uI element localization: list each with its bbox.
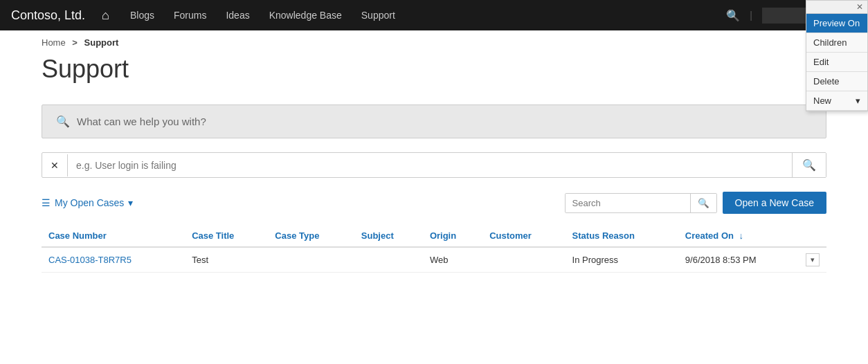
cell-status-reason: In Progress [566, 247, 678, 273]
col-status-reason[interactable]: Status Reason [566, 225, 678, 247]
case-number-link[interactable]: CAS-01038-T8R7R5 [48, 255, 132, 265]
preview-on-button[interactable]: Preview On [806, 14, 867, 33]
new-button[interactable]: New ▾ [806, 91, 867, 111]
cell-case-number: CAS-01038-T8R7R5 [42, 247, 185, 273]
breadcrumb-current: Support [84, 37, 119, 48]
panel-header: ✕ [806, 1, 867, 14]
open-new-case-button[interactable]: Open a New Case [723, 192, 826, 214]
dropdown-arrow-icon: ▾ [128, 197, 133, 208]
cell-case-type [268, 247, 354, 273]
col-origin[interactable]: Origin [423, 225, 482, 247]
context-panel: ✕ Preview On Children Edit Delete New ▾ [806, 0, 868, 111]
cell-origin: Web [423, 247, 482, 273]
case-search-input[interactable] [68, 154, 792, 176]
delete-button[interactable]: Delete [806, 72, 867, 91]
table-row: CAS-01038-T8R7R5 Test Web In Progress 9/… [42, 247, 826, 273]
my-open-cases-button[interactable]: ☰ My Open Cases ▾ [42, 197, 133, 208]
cases-section: ☰ My Open Cases ▾ 🔍 Open a New Case Case… [42, 192, 826, 273]
sort-arrow-icon: ↓ [739, 230, 744, 241]
page-title: Support [42, 55, 826, 84]
cell-customer [482, 247, 565, 273]
nav-forums[interactable]: Forums [164, 0, 216, 30]
cases-table-body: CAS-01038-T8R7R5 Test Web In Progress 9/… [42, 247, 826, 273]
col-case-number[interactable]: Case Number [42, 225, 185, 247]
cases-right: 🔍 Open a New Case [565, 192, 826, 214]
breadcrumb-home[interactable]: Home [42, 37, 66, 48]
top-nav: Contoso, Ltd. ⌂ Blogs Forums Ideas Knowl… [0, 0, 868, 30]
case-search-clear-button[interactable]: ✕ [42, 154, 68, 176]
col-subject[interactable]: Subject [354, 225, 423, 247]
nav-knowledge-base[interactable]: Knowledge Base [260, 0, 352, 30]
col-customer[interactable]: Customer [482, 225, 565, 247]
col-case-title[interactable]: Case Title [185, 225, 268, 247]
main-content: Support 🔍 What can we help you with? ✕ 🔍… [0, 55, 868, 286]
cell-created-on: 9/6/2018 8:53 PM ▾ [678, 247, 826, 273]
cases-table: Case Number Case Title Case Type Subject… [42, 225, 826, 273]
col-created-on[interactable]: Created On ↓ [678, 225, 826, 247]
context-panel-close[interactable]: ✕ [855, 2, 865, 12]
breadcrumb: Home > Support [0, 30, 868, 55]
cell-subject [354, 247, 423, 273]
col-case-type[interactable]: Case Type [268, 225, 354, 247]
cases-search-box: 🔍 [565, 193, 717, 213]
help-search-icon: 🔍 [56, 115, 70, 128]
home-icon[interactable]: ⌂ [102, 8, 109, 23]
nav-ideas[interactable]: Ideas [216, 0, 259, 30]
brand-name: Contoso, Ltd. [11, 8, 85, 23]
nav-blogs[interactable]: Blogs [120, 0, 164, 30]
help-search-text: What can we help you with? [77, 116, 206, 127]
case-search-row: ✕ 🔍 [42, 152, 826, 178]
cases-search-icon-button[interactable]: 🔍 [690, 194, 716, 212]
row-dropdown-button[interactable]: ▾ [806, 253, 820, 266]
new-dropdown-arrow: ▾ [856, 95, 860, 106]
edit-button[interactable]: Edit [806, 53, 867, 72]
nav-search-icon[interactable]: 🔍 [726, 9, 740, 22]
cell-case-title: Test [185, 247, 268, 273]
children-button[interactable]: Children [806, 33, 867, 53]
nav-support[interactable]: Support [352, 0, 405, 30]
cases-table-head: Case Number Case Title Case Type Subject… [42, 225, 826, 247]
list-icon: ☰ [42, 197, 51, 208]
cases-search-input[interactable] [566, 194, 690, 212]
cases-toolbar: ☰ My Open Cases ▾ 🔍 Open a New Case [42, 192, 826, 214]
help-search-bar: 🔍 What can we help you with? [42, 104, 826, 138]
case-search-button[interactable]: 🔍 [792, 153, 826, 177]
nav-links: Blogs Forums Ideas Knowledge Base Suppor… [120, 0, 405, 30]
